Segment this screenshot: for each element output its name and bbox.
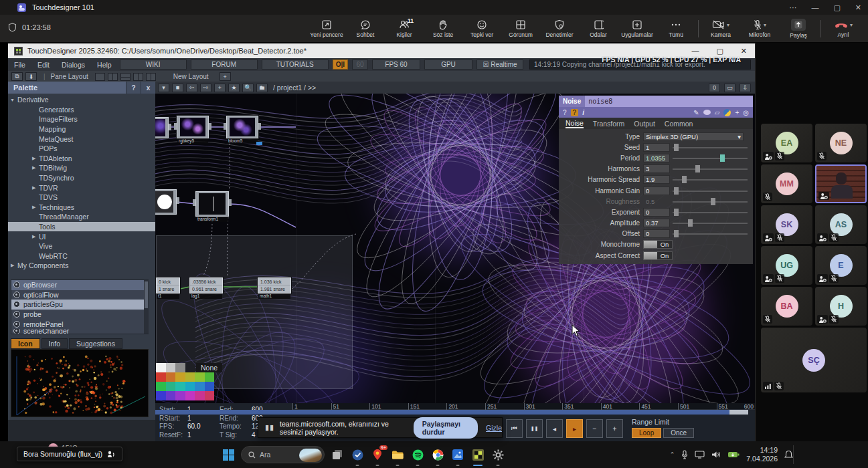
palette-tree-item-imagefilters[interactable]: ImageFilters [8,114,155,124]
param-slider[interactable] [673,143,748,152]
color-swatch[interactable] [205,372,215,382]
chevron-right-icon[interactable]: ▶ [32,165,35,170]
param-slider[interactable] [673,219,748,227]
layout-split-h-button[interactable] [120,73,131,81]
component-item-opticalflow[interactable]: opticalFlow [11,290,148,300]
fps-indicator[interactable]: FPS 60 [372,60,420,70]
param-slider[interactable] [673,208,748,217]
help-icon[interactable]: ? [563,109,567,116]
pause-button[interactable]: ❚❚ [526,419,543,438]
color-none-button[interactable]: None [196,363,222,372]
node-color-palette[interactable]: None [156,363,214,400]
network-editor[interactable]: ▾ ■ ⇦ ⇨ + ★ 🔍 🖿 / project1 / >> 0 ▭ ⇩ [155,82,755,408]
add-param-icon[interactable]: + [735,109,739,116]
help-python-icon[interactable]: ? [571,109,579,116]
comment-icon[interactable] [703,110,711,115]
param-slider[interactable] [673,175,748,184]
tray-volume-icon[interactable] [711,451,721,459]
palette-tree-item-ui[interactable]: ▶UI [8,231,155,241]
color-swatch[interactable] [185,372,195,382]
meeting-button-tümü[interactable]: Tümü [657,15,695,42]
palette-tab-icon[interactable]: Icon [11,338,40,349]
pane-dropdown-icon[interactable]: ▾ [158,84,169,92]
meeting-button-paylaş[interactable]: Paylaş [779,15,818,42]
param-slider[interactable] [673,187,748,195]
nav-back-icon[interactable]: ⇦ [186,84,197,92]
chevron-right-icon[interactable]: ▶ [32,234,35,239]
taskbar-search[interactable]: Ara [241,446,325,463]
meeting-button-yeni-pencere[interactable]: Yeni pencere [307,15,346,42]
palette-tree-item-tdbitwig[interactable]: ▶TDBitwig [8,163,155,173]
param-slider[interactable] [673,197,748,206]
play-reverse-button[interactable]: ◂ [546,419,563,438]
palette-tree-item-tdvr[interactable]: ▶TDVR [8,183,155,193]
component-item-particlesgpu[interactable]: particlesGpu [11,300,148,310]
color-swatch[interactable] [195,372,205,382]
new-layout-add-button[interactable]: + [220,72,231,81]
chevron-right-icon[interactable]: ▶ [32,185,35,191]
field-value[interactable]: 1 [187,431,220,440]
maps-taskbar-icon[interactable]: 9+ [370,447,385,462]
color-swatch[interactable] [175,363,185,372]
edit-pencil-icon[interactable]: ✎ [693,109,699,116]
param-value-field[interactable]: 0 [643,187,670,195]
meeting-button-kamera[interactable]: ▾Kamera [701,15,740,42]
chevron-right-icon[interactable]: ▶ [32,205,35,210]
palette-tab-suggestions[interactable]: Suggestions [69,338,122,349]
oi-toggle[interactable]: O|I [333,60,348,70]
td-minimize-icon[interactable]: — [691,47,699,55]
color-swatch[interactable] [175,372,185,382]
param-tab-output[interactable]: Output [634,120,655,128]
search-ops-icon[interactable]: 🔍 [242,84,254,92]
teams-maximize-icon[interactable]: ▢ [833,3,840,12]
chop-node-math1[interactable]: 1.036 kick 1.981 snare math1 [258,277,291,294]
plus-button[interactable]: + [606,419,623,438]
meeting-button-odalar[interactable]: Odalar [579,15,618,42]
palette-tree-item-webrtc[interactable]: WebRTC [8,251,155,261]
param-value-field[interactable]: 3 [643,164,670,173]
param-value-field[interactable]: 1 [643,143,670,152]
component-item-remotepanel[interactable]: remotePanel [11,319,148,329]
save-layout-icon[interactable]: ⬇ [25,72,37,81]
hide-banner-link[interactable]: Gizle [486,424,502,432]
palette-tree-item-generators[interactable]: Generators [8,105,155,115]
op-name-field[interactable]: noise8 [585,96,753,107]
param-value-field[interactable]: 0.37 [643,219,670,227]
touchdesigner-taskbar-icon[interactable] [470,447,485,462]
maximize-pane-icon[interactable]: ⧉ [11,72,23,81]
dock-icon[interactable]: ⇩ [740,84,751,92]
layout-split3-button[interactable] [133,73,143,81]
meeting-button-söz-iste[interactable]: Söz iste [424,15,462,42]
layout-split-v-button[interactable] [108,73,118,81]
param-tab-transform[interactable]: Transform [593,120,624,128]
palette-close-button[interactable]: x [141,82,155,94]
chrome-taskbar-icon[interactable] [430,447,445,462]
tray-onedrive-icon[interactable] [727,451,740,459]
gpu-indicator[interactable]: GPU [424,60,472,70]
once-button[interactable]: Once [663,428,694,438]
palette-toggle-icon[interactable]: 🖿 [256,84,268,92]
component-item-opbrowser[interactable]: opBrowser [11,280,148,290]
target-icon[interactable]: ◎ [743,109,749,116]
chevron-down-icon[interactable]: ▾ [850,22,853,28]
color-swatch[interactable] [195,382,205,391]
settings-taskbar-icon[interactable] [491,447,505,462]
color-swatch[interactable] [166,363,176,372]
meeting-button-görünüm[interactable]: Görünüm [501,15,540,42]
param-value-field[interactable]: 1.9 [643,175,670,184]
nav-forward-icon[interactable]: ⇨ [200,84,211,92]
add-op-icon[interactable]: + [214,84,226,92]
network-breadcrumb[interactable]: / project1 / >> [273,84,316,92]
layout-single-button[interactable] [95,73,105,81]
participant-tile-sç[interactable]: SÇ [761,328,867,392]
participant-tile-ba[interactable]: BA [761,287,812,326]
palette-tree-item-my-components[interactable]: ▶My Components [8,261,155,271]
color-swatch[interactable] [166,391,176,400]
timeline-range-bar[interactable] [155,410,729,415]
participant-tile-e[interactable]: E [815,246,867,285]
top-node-circle[interactable] [155,189,177,215]
teams-minimize-icon[interactable]: — [811,3,818,11]
td-close-icon[interactable]: ✕ [741,47,747,55]
palette-help-button[interactable]: ? [126,82,141,94]
participant-tile-mm[interactable]: MM [761,164,812,203]
